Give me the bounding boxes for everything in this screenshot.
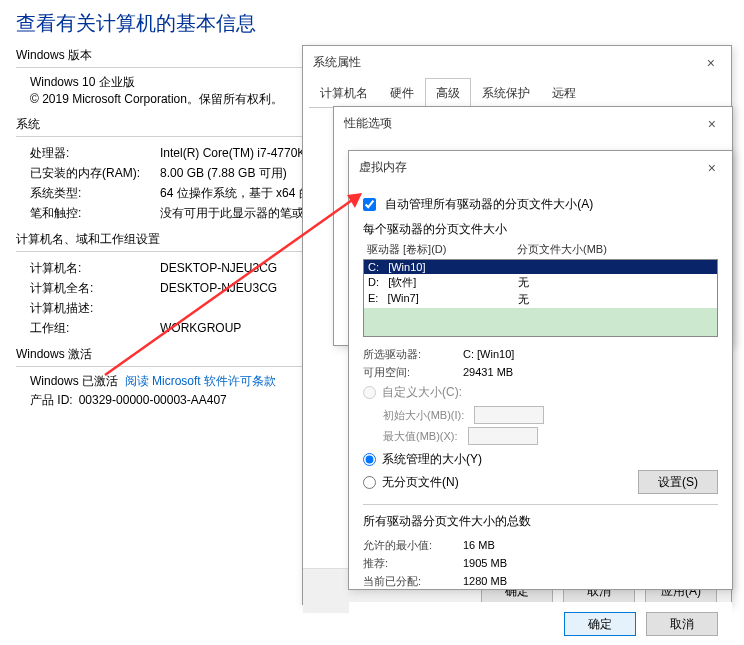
max-size-label: 最大值(MB)(X): — [383, 429, 458, 444]
tab-system-protection[interactable]: 系统保护 — [471, 78, 541, 108]
set-button[interactable]: 设置(S) — [638, 470, 718, 494]
pen-label: 笔和触控: — [30, 203, 160, 223]
product-id-value: 00329-00000-00003-AA407 — [79, 390, 227, 410]
ram-label: 已安装的内存(RAM): — [30, 163, 160, 183]
close-icon[interactable]: × — [702, 116, 722, 132]
initial-size-input[interactable] — [474, 406, 544, 424]
radio-no-paging-label: 无分页文件(N) — [382, 475, 459, 489]
virtual-memory-dialog: 虚拟内存 × 自动管理所有驱动器的分页文件大小(A) 每个驱动器的分页文件大小 … — [348, 150, 733, 590]
close-icon[interactable]: × — [702, 160, 722, 176]
workgroup-label: 工作组: — [30, 318, 160, 338]
radio-no-paging[interactable] — [363, 476, 376, 489]
selected-drive-value: C: [Win10] — [463, 345, 718, 363]
dialog-title: 系统属性 — [313, 54, 361, 71]
tab-remote[interactable]: 远程 — [541, 78, 587, 108]
tab-bar: 计算机名 硬件 高级 系统保护 远程 — [309, 77, 725, 108]
drive-list[interactable]: C: [Win10] D: [软件]无 E: [Win7]无 — [363, 259, 718, 337]
page-title: 查看有关计算机的基本信息 — [0, 0, 744, 45]
rec-value: 1905 MB — [463, 554, 718, 572]
full-name-label: 计算机全名: — [30, 278, 160, 298]
product-id-label: 产品 ID: — [30, 390, 73, 410]
dialog-title: 性能选项 — [344, 115, 392, 132]
radio-custom-size[interactable] — [363, 386, 376, 399]
radio-custom-label: 自定义大小(C): — [382, 385, 462, 399]
activation-status: Windows 已激活 — [30, 374, 118, 388]
min-value: 16 MB — [463, 536, 718, 554]
totals-header: 所有驱动器分页文件大小的总数 — [363, 513, 718, 530]
col-drive: 驱动器 [卷标](D) — [367, 242, 517, 257]
ok-button[interactable]: 确定 — [564, 612, 636, 636]
selected-drive-label: 所选驱动器: — [363, 345, 463, 363]
max-size-input[interactable] — [468, 427, 538, 445]
close-icon[interactable]: × — [701, 55, 721, 71]
col-size: 分页文件大小(MB) — [517, 242, 607, 257]
avail-space-value: 29431 MB — [463, 363, 718, 381]
rec-label: 推荐: — [363, 554, 463, 572]
drive-row[interactable]: D: [软件]无 — [364, 274, 717, 291]
tab-advanced[interactable]: 高级 — [425, 78, 471, 108]
radio-system-label: 系统管理的大小(Y) — [382, 452, 482, 466]
drive-row[interactable]: C: [Win10] — [364, 260, 717, 274]
auto-manage-checkbox[interactable] — [363, 198, 376, 211]
radio-system-managed[interactable] — [363, 453, 376, 466]
initial-size-label: 初始大小(MB)(I): — [383, 408, 464, 423]
current-value: 1280 MB — [463, 572, 718, 590]
computer-name-label: 计算机名: — [30, 258, 160, 278]
cpu-label: 处理器: — [30, 143, 160, 163]
tab-computer-name[interactable]: 计算机名 — [309, 78, 379, 108]
dialog-title: 虚拟内存 — [359, 159, 407, 176]
per-drive-label: 每个驱动器的分页文件大小 — [363, 221, 718, 238]
min-label: 允许的最小值: — [363, 536, 463, 554]
license-terms-link[interactable]: 阅读 Microsoft 软件许可条款 — [125, 374, 276, 388]
cancel-button[interactable]: 取消 — [646, 612, 718, 636]
type-label: 系统类型: — [30, 183, 160, 203]
drive-row[interactable]: E: [Win7]无 — [364, 291, 717, 308]
auto-manage-label: 自动管理所有驱动器的分页文件大小(A) — [385, 197, 593, 211]
current-label: 当前已分配: — [363, 572, 463, 590]
desc-label: 计算机描述: — [30, 298, 160, 318]
avail-space-label: 可用空间: — [363, 363, 463, 381]
tab-hardware[interactable]: 硬件 — [379, 78, 425, 108]
